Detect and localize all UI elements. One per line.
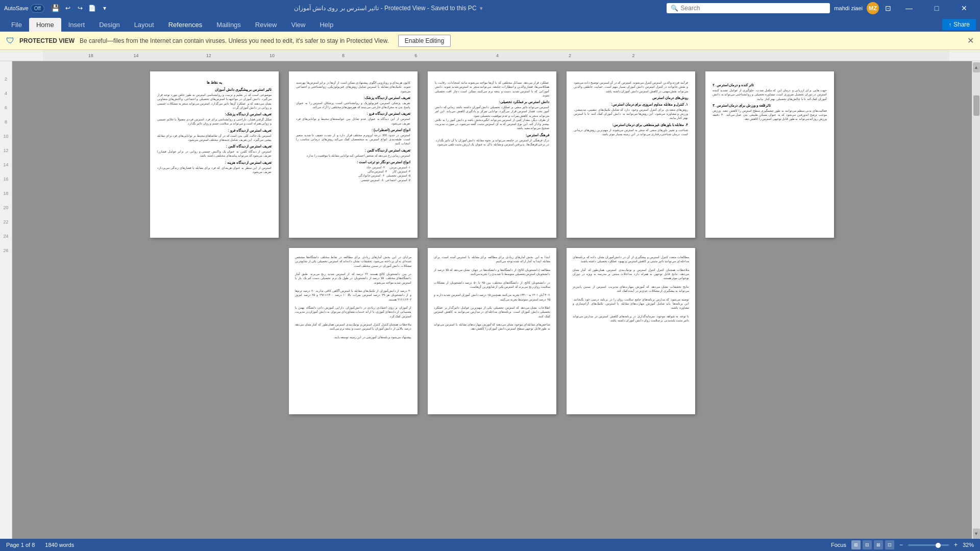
focus-label[interactable]: Focus (831, 542, 846, 548)
page6-text: مزایای در این بخش آمارهای زیادی برای مطا… (295, 255, 411, 339)
share-label: Share (953, 21, 970, 28)
doc-page-5: ۲. تاثر کنده و درمان استرس جهت هایی برای… (705, 71, 834, 238)
page5-section1-title: ۲. تاثر کنده و درمان استرس (713, 83, 827, 87)
page1-section1-text: موضوعی است که در تعلیم و تربیت و روانشنا… (157, 93, 272, 110)
doc-page-3: عملکرد قرار می‌دهد. مسائل مختلفی که با آ… (428, 71, 556, 238)
page5-section1-text: جهت هایی برای ارزیابی و درمان این که مکم… (713, 88, 827, 101)
word-count: 1840 words (45, 542, 74, 548)
page3-section2-text: از طرف دیگر، مقدار کمی از استرس می‌تواند… (435, 118, 549, 131)
autosave-toggle[interactable]: Off (31, 4, 44, 13)
tab-references[interactable]: References (161, 18, 209, 32)
page-grid-row2: مزایای در این بخش آمارهای زیادی برای مطا… (289, 248, 695, 414)
page-info: Page 1 of 8 (6, 542, 35, 548)
tab-home[interactable]: Home (29, 18, 61, 32)
tab-layout[interactable]: Layout (127, 18, 161, 32)
minimize-button[interactable]: — (897, 0, 921, 16)
redo-icon[interactable]: ↪ (75, 3, 85, 13)
page4-section3-text: شناخت و تغییر باورهای منفی که منجر به اس… (574, 128, 688, 137)
user-name: mahdi ziaei (834, 5, 863, 11)
page1-section2-text: شکل گرفتن فشار، ناراحتی و روانشناسی برای… (157, 117, 272, 126)
page3-section3-text: درک فرهنگی از استرس در جامعه می‌تواند بر… (435, 138, 549, 147)
doc-page-8: مطالعات متعدد کنترل استرس و پیشگیری از آ… (567, 248, 695, 414)
title-bar-right: 🔍 mahdi ziaei MZ ⊡ — □ ✕ (667, 0, 976, 16)
page1-section4-title: تعریف استرس از دیدگاه کلمن : (157, 144, 272, 148)
page2-section3-title: انواع استرس (اضطراب) : (296, 128, 410, 132)
page4-intro-text: فرآیند فرزند والدین استرس کنترل می‌شوند.… (574, 81, 688, 93)
close-button[interactable]: ✕ (952, 0, 976, 16)
zoom-slider[interactable] (908, 544, 949, 546)
protected-banner: 🛡 PROTECTED VIEW Be careful—files from t… (0, 32, 980, 50)
page3-intro-text: عملکرد قرار می‌دهد. مسائل مختلفی که با آ… (435, 81, 549, 97)
status-left: Page 1 of 8 1840 words (6, 542, 74, 548)
status-right: Focus ⊞ ⊟ ⊠ ⊡ − + 32% (831, 540, 974, 549)
view-icons: ⊞ ⊟ ⊠ ⊡ (851, 540, 894, 549)
avatar: MZ (867, 2, 879, 14)
web-layout-view-icon[interactable]: ⊟ (863, 540, 872, 549)
scroll-down-button[interactable]: ▼ (973, 529, 980, 539)
page2-section2-title: تعریف استرس از دیدگاه فرو : (296, 112, 410, 116)
tab-help[interactable]: Help (312, 18, 340, 32)
page-grid-row1: یه نقاط ها تاثیر استرس بر پیشگیری دانش آ… (150, 71, 834, 238)
right-scrollbar[interactable]: ▲ ▼ (972, 61, 980, 539)
undo-icon[interactable]: ↩ (63, 3, 73, 13)
tab-insert[interactable]: Insert (61, 18, 92, 32)
page2-section4-title: تعریف استرس از دیدگاه کلمن : (296, 148, 410, 153)
page3-section1-text: استرس می‌تواند تاثیر منفی بر عملکرد تحصی… (435, 105, 549, 118)
read-mode-view-icon[interactable]: ⊠ (874, 540, 883, 549)
page2-intro-text: کانون هزینه‌ای و رویارویی الگوی پیشنهادی… (296, 81, 410, 93)
page1-section3-text: استرس یک حالت کلی بدن است که در آن تقاضا… (157, 134, 272, 142)
tab-review[interactable]: Review (248, 18, 284, 32)
page4-section2-text: روش‌های متعددی برای کنترل استرس وجود دار… (574, 108, 688, 120)
maximize-button[interactable]: □ (925, 0, 948, 16)
left-sidebar: 2 4 6 8 10 12 14 16 18 20 22 24 26 (0, 61, 12, 539)
zoom-level: 32% (963, 542, 974, 548)
page1-section1-title: تاثیر استرس بر پیشگیری دانش آموزان (157, 88, 272, 92)
status-bar: Page 1 of 8 1840 words Focus ⊞ ⊟ ⊠ ⊡ − +… (0, 539, 980, 551)
page3-section3-title: فرهنگ استرس: (435, 133, 549, 137)
doc-page-6: مزایای در این بخش آمارهای زیادی برای مطا… (289, 248, 418, 414)
zoom-in-icon[interactable]: + (954, 541, 958, 548)
page4-section3-title: ۴. مقابله با باورهای غیرمنطقی برای درمان… (574, 123, 688, 127)
page8-text: مطالعات متعدد کنترل استرس و پیشگیری از آ… (573, 255, 689, 322)
ribbon-display-icon[interactable]: ⊡ (883, 3, 893, 13)
tab-design[interactable]: Design (92, 18, 127, 32)
autosave-label: AutoSave (4, 5, 29, 11)
doc-page-1: یه نقاط ها تاثیر استرس بر پیشگیری دانش آ… (150, 71, 279, 238)
autosave-area: AutoSave Off (4, 4, 44, 13)
search-input[interactable] (680, 5, 782, 12)
print-layout-view-icon[interactable]: ⊞ (851, 540, 861, 549)
save-icon[interactable]: 💾 (51, 3, 61, 13)
share-icon: ↑ (948, 21, 951, 28)
page1-title: یه نقاط ها (157, 81, 272, 85)
search-box[interactable]: 🔍 (667, 3, 830, 13)
zoom-out-icon[interactable]: − (899, 541, 903, 548)
page5-section2-text: فعالیت‌های بدنی منظم می‌توانند به طور چش… (713, 109, 827, 121)
page4-section1-title: روش‌های درمان استرس (574, 96, 688, 100)
enable-editing-button[interactable]: Enable Editing (398, 35, 451, 47)
banner-close-button[interactable]: ✕ (967, 36, 974, 45)
search-icon: 🔍 (671, 5, 678, 12)
outline-view-icon[interactable]: ⊡ (885, 540, 894, 549)
scroll-up-button[interactable]: ▲ (973, 62, 980, 72)
ribbon-tabs: File Home Insert Design Layout Reference… (0, 16, 980, 32)
share-area: ↑ Share (942, 19, 976, 30)
more-icon[interactable]: ▾ (100, 3, 110, 13)
zoom-thumb[interactable] (936, 543, 941, 548)
page2-section5-title: انواع استرس دو نگار دو ترتب است : (296, 160, 410, 164)
share-button[interactable]: ↑ Share (942, 19, 976, 30)
new-doc-icon[interactable]: 📄 (87, 3, 97, 13)
page3-section1-title: دانش استرس بر عملکرد تحصیلی: (435, 100, 549, 104)
protected-label: PROTECTED VIEW (19, 37, 75, 44)
title-dropdown-icon[interactable]: ▾ (480, 5, 483, 12)
page2-section3-text: استرس در حدود 300 درجه ایزوترم مختلف قرا… (296, 133, 410, 146)
tab-view[interactable]: View (284, 18, 312, 32)
document-area[interactable]: یه نقاط ها تاثیر استرس بر پیشگیری دانش آ… (12, 61, 972, 539)
page2-section1-text: تعریف پزشکی استرس، فیزیولوژیک و روانشناخ… (296, 101, 410, 110)
scroll-thumb[interactable] (973, 95, 979, 116)
tab-file[interactable]: File (4, 18, 29, 32)
tab-mailings[interactable]: Mailings (209, 18, 248, 32)
page2-section1-title: تعریف استرس از دیدگاه پزشک: (296, 96, 410, 100)
shield-icon: 🛡 (6, 36, 14, 45)
page1-section3-title: تعریف استرس از دیدگاه فرو : (157, 129, 272, 133)
page1-section5-title: تعریف استرس از دیدگاه هزینه : (157, 161, 272, 165)
